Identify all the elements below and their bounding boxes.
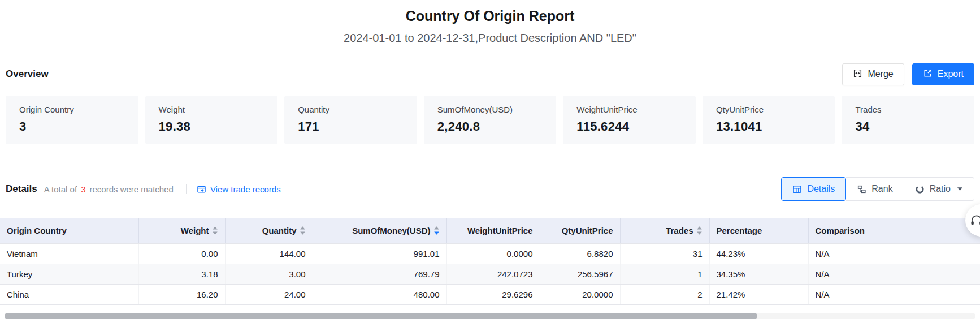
horizontal-scrollbar[interactable]	[5, 313, 975, 319]
sort-icon[interactable]	[433, 226, 440, 235]
card-value: 13.1041	[716, 119, 822, 134]
column-header-comparison: Comparison	[808, 218, 980, 243]
tab-label: Ratio	[930, 184, 951, 194]
column-header-trades[interactable]: Trades	[620, 218, 709, 243]
view-mode-tabs: DetailsRankRatio	[781, 177, 974, 201]
chevron-down-icon	[956, 187, 963, 191]
merge-button[interactable]: Merge	[842, 63, 904, 85]
card-label: SumOfMoney(USD)	[437, 105, 543, 114]
overview-card-trades: Trades34	[842, 96, 974, 144]
records-total-suffix: records were matched	[89, 184, 173, 194]
cell-origin-country: Turkey	[0, 264, 138, 284]
view-trade-records-label: View trade records	[210, 184, 281, 194]
card-label: Trades	[855, 105, 961, 114]
tab-label: Rank	[871, 184, 892, 194]
card-label: WeightUnitPrice	[576, 105, 682, 114]
column-label: Comparison	[816, 226, 865, 235]
column-label: Quantity	[262, 226, 297, 235]
overview-actions: Merge Export	[842, 63, 974, 85]
merge-icon	[853, 68, 862, 80]
cell-quantity: 3.00	[225, 264, 313, 284]
column-header-qtyunitprice: QtyUnitPrice	[540, 218, 620, 243]
view-tab-details[interactable]: Details	[781, 177, 846, 201]
column-label: Weight	[181, 226, 209, 235]
origin-country-table: Origin CountryWeightQuantitySumOfMoney(U…	[0, 218, 980, 305]
column-header-percentage: Percentage	[709, 218, 808, 243]
cell-sumofmoney-usd: 480.00	[313, 284, 446, 304]
column-header-sumofmoney-usd[interactable]: SumOfMoney(USD)	[313, 218, 446, 243]
cell-weight: 16.20	[138, 284, 225, 304]
overview-heading: Overview	[6, 68, 49, 80]
table-row-turkey: Turkey3.183.00769.79242.0723256.5967134.…	[0, 264, 980, 284]
details-heading: Details	[6, 183, 37, 195]
column-label: Percentage	[717, 226, 762, 235]
view-trade-records-link[interactable]: View trade records	[197, 184, 281, 194]
details-bar: Details A total of 3 records were matche…	[6, 177, 974, 201]
cell-weight: 3.18	[138, 264, 225, 284]
sort-icon[interactable]	[300, 226, 306, 235]
cell-qtyunitprice: 20.0000	[540, 284, 620, 304]
overview-cards: Origin Country3Weight19.38Quantity171Sum…	[6, 96, 974, 144]
cell-comparison: N/A	[808, 243, 980, 264]
ratio-donut-icon	[915, 184, 925, 194]
cell-trades: 1	[620, 264, 709, 284]
card-value: 3	[19, 119, 125, 134]
cell-sumofmoney-usd: 769.79	[313, 264, 446, 284]
export-icon	[923, 68, 933, 80]
vertical-divider	[186, 184, 187, 194]
records-total-prefix: A total of	[44, 184, 77, 194]
cell-weightunitprice: 0.0000	[446, 243, 540, 264]
card-value: 2,240.8	[437, 119, 543, 134]
view-tab-ratio[interactable]: Ratio	[904, 177, 974, 201]
column-header-quantity[interactable]: Quantity	[225, 218, 313, 243]
cell-percentage: 44.23%	[709, 243, 808, 264]
table-row-vietnam: Vietnam0.00144.00991.010.00006.88203144.…	[0, 243, 980, 264]
cell-comparison: N/A	[808, 264, 980, 284]
scrollbar-thumb[interactable]	[5, 313, 757, 319]
cell-origin-country: Vietnam	[0, 243, 138, 264]
cell-quantity: 144.00	[225, 243, 313, 264]
card-label: Quantity	[298, 105, 404, 114]
rank-icon	[857, 184, 866, 194]
table-row-china: China16.2024.00480.0029.629620.0000221.4…	[0, 284, 980, 304]
cell-qtyunitprice: 256.5967	[540, 264, 620, 284]
trade-records-icon	[197, 184, 206, 194]
cell-trades: 2	[620, 284, 709, 304]
column-header-weight[interactable]: Weight	[138, 218, 225, 243]
cell-trades: 31	[620, 243, 709, 264]
column-header-origin-country: Origin Country	[0, 218, 138, 243]
export-button-label: Export	[938, 69, 964, 79]
cell-weightunitprice: 242.0723	[446, 264, 540, 284]
cell-percentage: 21.42%	[709, 284, 808, 304]
column-label: Origin Country	[7, 226, 67, 235]
card-value: 19.38	[159, 119, 264, 134]
column-label: WeightUnitPrice	[467, 226, 533, 235]
card-label: Weight	[159, 105, 264, 114]
overview-card-weightunitprice: WeightUnitPrice115.6244	[563, 96, 696, 144]
cell-comparison: N/A	[808, 284, 980, 304]
overview-bar: Overview Merge Export	[6, 62, 974, 87]
details-summary: Details A total of 3 records were matche…	[6, 183, 281, 195]
page-title: Country Of Origin Report	[0, 0, 980, 24]
card-value: 115.6244	[576, 119, 682, 134]
column-header-weightunitprice: WeightUnitPrice	[446, 218, 540, 243]
card-label: Origin Country	[19, 105, 125, 114]
overview-card-quantity: Quantity171	[284, 96, 417, 144]
sort-icon[interactable]	[696, 226, 703, 235]
cell-qtyunitprice: 6.8820	[540, 243, 620, 264]
records-count: 3	[81, 184, 85, 194]
cell-percentage: 34.35%	[709, 264, 808, 284]
tab-label: Details	[807, 184, 835, 194]
export-button[interactable]: Export	[912, 63, 974, 85]
view-tab-rank[interactable]: Rank	[846, 177, 904, 201]
cell-quantity: 24.00	[225, 284, 313, 304]
overview-card-qtyunitprice: QtyUnitPrice13.1041	[703, 96, 835, 144]
card-label: QtyUnitPrice	[716, 105, 822, 114]
card-value: 171	[298, 119, 404, 134]
column-label: Trades	[666, 226, 693, 235]
overview-card-origin-country: Origin Country3	[6, 96, 138, 144]
merge-button-label: Merge	[868, 69, 893, 79]
overview-card-weight: Weight19.38	[145, 96, 278, 144]
report-subtitle: 2024-01-01 to 2024-12-31,Product Descrip…	[0, 32, 980, 45]
sort-icon[interactable]	[212, 226, 218, 235]
